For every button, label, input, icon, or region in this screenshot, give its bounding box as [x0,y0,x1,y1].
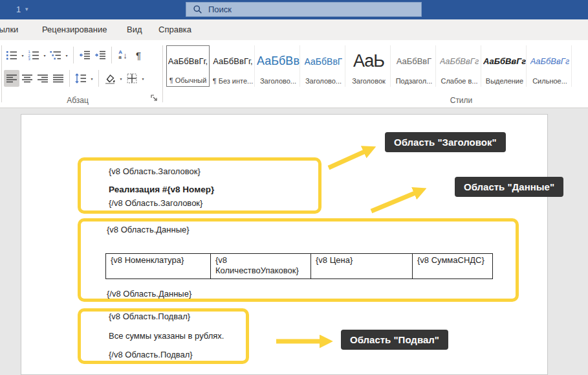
data-region-table: {v8 Номенклатура} {v8 КоличествоУпаковок… [105,253,493,279]
increase-indent-button[interactable] [93,47,108,63]
style-label: ¶ Без инте... [213,77,254,85]
style-label: Слабое в... [441,77,477,85]
header-region-close-tag: {/v8 Область.Заголовок} [109,198,202,208]
style-preview: АаЬ [353,45,384,77]
tab-help[interactable]: Справка [158,19,191,40]
chevron-down-icon[interactable]: ▾ [19,53,26,58]
separator [98,70,99,87]
callout-data-region: Область "Данные" [455,177,563,197]
separator [69,70,70,87]
chevron-down-icon[interactable]: ▾ [140,76,146,81]
callout-footer-region: Область "Подвал" [341,330,448,350]
style-preview: АаБбВвГ [397,45,432,77]
style-preview: АаБбВвГг [530,45,570,77]
sort-button[interactable]: А я ↓ [115,47,131,63]
separator [111,47,112,63]
style-label: Заголово... [260,77,296,85]
style-preview: АаБбВвГг [440,45,479,77]
paragraph-dialog-launcher[interactable] [150,93,158,104]
style-label: Выделение [486,77,523,85]
search-icon [193,5,202,14]
paragraph-group-row1: ▾ 123 ▾ ▾ А я ↓ ¶ [4,47,146,63]
multilevel-list-button[interactable] [48,47,63,63]
style-preview: АаБбВвГг, [213,45,252,77]
style-card-subtitle[interactable]: АаБбВвГ Подзагол... [393,45,436,87]
header-region-body: Реализация #{v8 Номер} [109,185,214,194]
ribbon-tab-row: сылки Рецензирование Вид Справка [0,19,588,40]
table-cell-sum-vat[interactable]: {v8 СуммаСНДС} [413,254,493,279]
style-label: Подзагол... [396,77,433,85]
styles-group-label: Стили [450,96,473,105]
search-box[interactable]: Поиск [186,2,422,17]
line-spacing-button[interactable] [73,70,89,87]
chevron-down-icon[interactable]: ▾ [63,53,70,58]
styles-gallery: АаБбВвГг, ¶ Обычный АаБбВвГг, ¶ Без инте… [166,45,574,87]
sort-letters: А я [118,50,122,60]
footer-region-open-tag: {v8 Область.Подвал} [109,312,190,321]
sort-letter-ya: я [118,55,122,60]
style-preview: АаБбВвГг, [168,46,208,76]
align-left-button[interactable] [4,70,19,87]
style-preview: АаБбВвГ [305,45,343,77]
footer-region-close-tag: {/v8 Область.Подвал} [109,350,193,359]
title-bar: 1 ▼ Поиск [0,0,588,19]
footer-region-body: Все суммы указаны в рублях. [109,331,224,341]
numbered-list-button[interactable]: 123 [26,47,41,63]
style-card-title[interactable]: АаЬ Заголовок [347,45,391,87]
table-cell-price[interactable]: {v8 Цена} [311,254,413,279]
paragraph-group-row2: ▾ ▾ ▾ [4,70,146,87]
separator [73,47,74,63]
group-separator [162,45,163,102]
chevron-down-icon[interactable]: ▾ [118,76,124,81]
group-separator [1,45,2,102]
style-label: Сильное... [532,77,567,85]
chevron-down-icon[interactable]: ▾ [41,53,48,58]
callout-header-region: Область "Заголовок" [385,132,506,152]
ribbon: ▾ 123 ▾ ▾ А я ↓ ¶ [0,40,588,108]
style-card-subtle-emphasis[interactable]: АаБбВвГг Слабое в... [438,45,481,87]
style-card-emphasis[interactable]: АаБбВвГг Выделение [483,45,527,87]
shading-bucket-icon[interactable] [102,70,118,87]
style-card-no-spacing[interactable]: АаБбВвГг, ¶ Без инте... [212,45,255,87]
style-card-intense-emphasis[interactable]: АаБбВвГг Сильное... [528,45,572,87]
document-title: 1 [16,5,21,14]
data-region-open-tag: {v8 Область.Данные} [107,225,190,234]
svg-text:3: 3 [28,57,31,61]
chevron-down-icon: ▼ [24,6,29,12]
paragraph-group-label: Абзац [67,96,89,105]
style-label: Заголовок [352,77,386,85]
decrease-indent-button[interactable] [77,47,93,63]
style-label: ¶ Обычный [169,76,207,84]
style-preview: АаБбВв [257,45,299,77]
style-card-normal[interactable]: АаБбВвГг, ¶ Обычный [166,45,210,87]
style-label: Заголово... [305,77,342,85]
data-region-close-tag: {/v8 Область.Данные} [107,289,191,299]
word-window: 1 ▼ Поиск сылки Рецензирование Вид Справ… [0,0,588,375]
table-cell-nomenclature[interactable]: {v8 Номенклатура} [106,254,211,279]
style-preview: АаБбВвГг [483,45,526,77]
borders-button[interactable] [124,70,140,87]
sort-arrow-icon: ↓ [123,51,127,60]
document-title-menu[interactable]: 1 ▼ [16,5,29,14]
tab-view[interactable]: Вид [127,19,142,40]
show-formatting-marks-button[interactable]: ¶ [131,47,146,63]
header-region-open-tag: {v8 Область.Заголовок} [109,166,201,176]
tab-review[interactable]: Рецензирование [42,19,107,40]
style-card-heading2[interactable]: АаБбВвГ Заголово... [302,45,345,87]
align-center-button[interactable] [19,70,35,87]
bullet-list-button[interactable] [4,47,19,63]
table-cell-package-count[interactable]: {v8 КоличествоУпаковок} [211,254,311,279]
table-row: {v8 Номенклатура} {v8 КоличествоУпаковок… [106,254,493,279]
justify-button[interactable] [50,70,66,87]
tab-links[interactable]: сылки [0,19,18,40]
align-right-button[interactable] [35,70,50,87]
chevron-down-icon[interactable]: ▾ [89,76,95,81]
style-card-heading1[interactable]: АаБбВв Заголово... [257,45,300,87]
search-placeholder: Поиск [208,5,232,14]
